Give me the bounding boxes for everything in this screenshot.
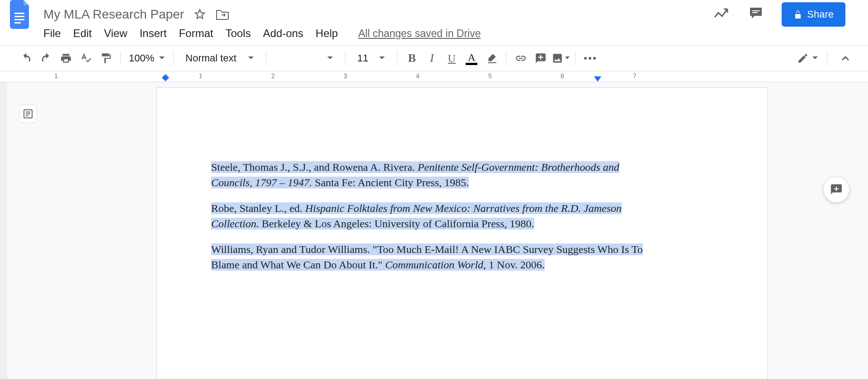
print-button[interactable] [57, 49, 75, 67]
vertical-ruler[interactable] [0, 82, 7, 379]
separator [575, 51, 576, 66]
header-right: Share [714, 2, 859, 27]
title-cluster: My MLA Research Paper [43, 7, 714, 22]
font-size-select[interactable]: 11 [351, 52, 392, 64]
horizontal-ruler[interactable]: 1 1 2 3 4 5 6 7 [0, 71, 868, 82]
docs-logo-icon[interactable] [9, 0, 33, 30]
undo-button[interactable] [17, 49, 35, 67]
ruler-number: 2 [271, 72, 275, 80]
svg-rect-1 [14, 16, 24, 17]
citation-entry[interactable]: Steele, Thomas J., S.J., and Rowena A. R… [211, 160, 713, 190]
paragraph-style-select[interactable]: Normal text [179, 52, 260, 64]
redo-button[interactable] [37, 49, 55, 67]
paint-format-button[interactable] [97, 49, 115, 67]
menu-edit[interactable]: Edit [73, 27, 92, 40]
separator [266, 51, 266, 66]
paragraph-style-value: Normal text [185, 52, 236, 64]
menu-insert[interactable]: Insert [140, 27, 167, 40]
menu-tools[interactable]: Tools [226, 27, 251, 40]
share-button-label: Share [807, 9, 834, 20]
workspace: Steele, Thomas J., S.J., and Rowena A. R… [0, 82, 868, 379]
document-area[interactable]: Steele, Thomas J., S.J., and Rowena A. R… [7, 82, 868, 379]
insert-image-button[interactable] [552, 49, 570, 67]
svg-rect-5 [752, 12, 758, 13]
svg-rect-2 [14, 19, 24, 20]
ruler-number: 5 [488, 72, 492, 80]
svg-rect-0 [14, 13, 24, 14]
share-button[interactable]: Share [782, 2, 845, 27]
comments-icon[interactable] [748, 6, 764, 23]
svg-point-8 [593, 57, 596, 60]
indent-marker-left[interactable] [162, 74, 169, 83]
ruler-number: 7 [633, 72, 637, 80]
separator [397, 51, 397, 66]
citation-text: Steele, Thomas J., S.J., and Rowena A. R… [211, 161, 418, 173]
text-color-button[interactable]: A [462, 49, 481, 67]
activity-icon[interactable] [714, 7, 730, 22]
citation-text-italic: Collection. [211, 218, 259, 229]
title-row: My MLA Research Paper Share [0, 0, 868, 24]
svg-point-7 [589, 57, 591, 60]
ruler-number: 4 [416, 72, 420, 80]
separator [827, 51, 827, 66]
svg-rect-3 [14, 22, 21, 23]
star-icon[interactable] [194, 9, 206, 20]
separator [506, 51, 506, 66]
more-button[interactable] [581, 49, 599, 67]
menu-view[interactable]: View [104, 27, 127, 40]
page[interactable]: Steele, Thomas J., S.J., and Rowena A. R… [157, 88, 767, 379]
citation-entry[interactable]: Williams, Ryan and Tudor Williams. "Too … [211, 242, 713, 272]
add-comment-button[interactable] [532, 49, 550, 67]
ruler-number: 1 [199, 72, 203, 80]
spellcheck-button[interactable] [77, 49, 95, 67]
separator [120, 51, 121, 66]
citation-text: Robe, Stanley L., ed. [211, 202, 305, 214]
save-status[interactable]: All changes saved in Drive [358, 28, 481, 40]
menu-bar: File Edit View Insert Format Tools Add-o… [0, 24, 868, 45]
text-color-indicator [466, 63, 477, 65]
font-select[interactable] [272, 56, 340, 61]
citation-entry[interactable]: Robe, Stanley L., ed. Hispanic Folktales… [211, 201, 713, 231]
move-folder-icon[interactable] [216, 9, 229, 20]
editing-mode-button[interactable] [797, 49, 818, 67]
explore-button[interactable] [824, 177, 849, 202]
svg-rect-4 [752, 10, 760, 11]
citation-text-italic: Penitente Self-Government: Brotherhoods … [418, 161, 619, 173]
ruler-number: 1 [54, 72, 58, 80]
menu-format[interactable]: Format [179, 27, 213, 40]
citation-text: Blame and What We Can Do About It." [211, 259, 385, 271]
ruler-number: 3 [344, 72, 347, 80]
document-title[interactable]: My MLA Research Paper [43, 7, 184, 22]
underline-button[interactable]: U [443, 49, 461, 67]
italic-button[interactable]: I [423, 49, 441, 67]
separator [345, 51, 345, 66]
app-header: My MLA Research Paper Share File [0, 0, 868, 45]
citation-text-italic: Councils, 1797 – 1947. [211, 177, 312, 188]
citation-text-italic: Communication World [385, 259, 483, 271]
toolbar-right [797, 49, 854, 67]
citation-text: Williams, Ryan and Tudor Williams. "Too … [211, 243, 643, 255]
collapse-button[interactable] [836, 49, 854, 67]
menu-help[interactable]: Help [316, 27, 338, 40]
citation-text: Berkeley & Los Angeles: University of Ca… [259, 218, 534, 229]
highlight-button[interactable] [482, 49, 500, 67]
zoom-value: 100% [129, 52, 154, 64]
menu-addons[interactable]: Add-ons [263, 27, 303, 40]
menu-file[interactable]: File [43, 27, 61, 40]
svg-point-6 [584, 57, 587, 60]
insert-link-button[interactable] [512, 49, 530, 67]
zoom-select[interactable]: 100% [126, 52, 168, 64]
separator [173, 51, 174, 66]
bold-button[interactable]: B [403, 49, 421, 67]
citation-text: , 1 Nov. 2006. [483, 259, 545, 271]
font-size-value: 11 [357, 52, 368, 64]
citation-text-italic: Hispanic Folktales from New Mexico: Narr… [305, 202, 622, 214]
citation-text: Santa Fe: Ancient City Press, 1985. [312, 177, 469, 188]
ruler-number: 6 [561, 72, 564, 80]
toolbar: 100% Normal text 11 B I U A [0, 45, 868, 71]
